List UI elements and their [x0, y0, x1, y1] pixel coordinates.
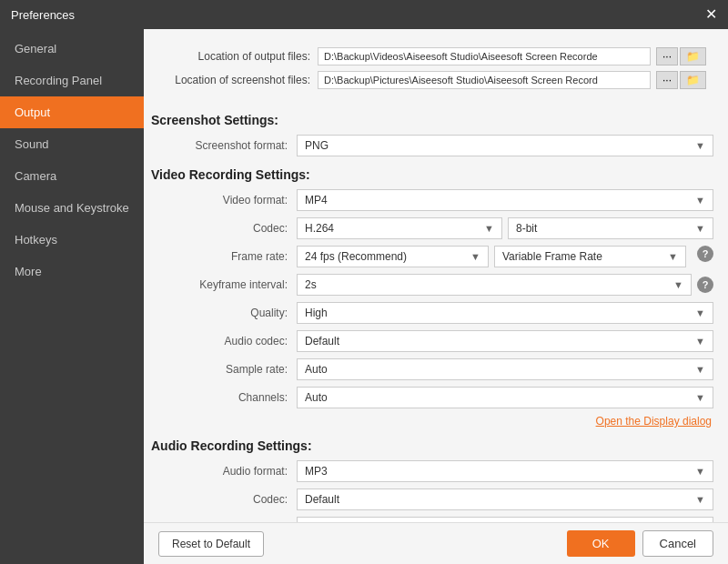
screenshot-format-row: Screenshot format: PNG ▼	[151, 135, 713, 156]
video-format-control: MP4 ▼	[297, 189, 713, 211]
codec-label: Codec:	[151, 222, 297, 235]
keyframe-select[interactable]: 2s ▼	[297, 274, 692, 296]
codec-dual-select: H.264 ▼ 8-bit ▼	[297, 217, 713, 239]
quality-select[interactable]: High ▼	[297, 302, 713, 324]
sidebar-item-sound[interactable]: Sound	[0, 128, 144, 160]
audio-format-select[interactable]: MP3 ▼	[297, 460, 713, 482]
audio-codec-arrow: ▼	[695, 336, 705, 347]
framerate2-select[interactable]: Variable Frame Rate ▼	[494, 246, 686, 267]
cancel-button[interactable]: Cancel	[642, 530, 713, 557]
channels-row: Channels: Auto ▼	[151, 387, 713, 408]
codec-control: H.264 ▼ 8-bit ▼	[297, 217, 713, 239]
audio-format-label: Audio format:	[151, 465, 297, 478]
screenshot-folder-button[interactable]: 📁	[680, 71, 706, 89]
keyframe-value: 2s	[305, 278, 317, 291]
audio-codec-value: Default	[305, 335, 339, 347]
folder-icon-2: 📁	[686, 74, 700, 86]
window-title: Preferences	[11, 8, 75, 22]
framerate2-value: Variable Frame Rate	[502, 250, 602, 263]
channels-label: Channels:	[151, 391, 297, 404]
ok-button[interactable]: OK	[567, 530, 635, 557]
audio-codec-2-label: Codec:	[151, 493, 297, 506]
content-scroll: Location of output files: D:\Backup\Vide…	[144, 29, 728, 522]
video-settings-section: Video Recording Settings: Video format: …	[151, 167, 713, 428]
video-format-row: Video format: MP4 ▼	[151, 189, 713, 211]
screenshot-format-control: PNG ▼	[297, 135, 713, 156]
sidebar-item-recording-panel[interactable]: Recording Panel	[0, 65, 144, 96]
sidebar-item-mouse-keystroke[interactable]: Mouse and Keystroke	[0, 192, 144, 224]
keyframe-arrow: ▼	[673, 279, 683, 290]
sample-rate-arrow: ▼	[695, 364, 705, 375]
keyframe-control: 2s ▼ ?	[297, 274, 713, 296]
audio-settings-section: Audio Recording Settings: Audio format: …	[151, 438, 713, 522]
codec2-select[interactable]: 8-bit ▼	[508, 217, 713, 239]
audio-codec-row: Audio codec: Default ▼	[151, 330, 713, 352]
codec-arrow: ▼	[484, 223, 494, 234]
audio-format-control: MP3 ▼	[297, 460, 713, 482]
reset-button[interactable]: Reset to Default	[158, 531, 264, 557]
video-format-select[interactable]: MP4 ▼	[297, 189, 713, 211]
footer: Reset to Default OK Cancel	[144, 522, 728, 564]
output-folder-button[interactable]: 📁	[680, 47, 706, 65]
title-bar: Preferences ✕	[0, 0, 728, 29]
audio-codec-select[interactable]: Default ▼	[297, 330, 713, 352]
framerate-value: 24 fps (Recommend)	[305, 250, 407, 263]
audio-codec-2-arrow: ▼	[695, 494, 705, 505]
quality-row: Quality: High ▼	[151, 302, 713, 324]
folder-icon: 📁	[686, 50, 700, 63]
framerate-help-icon[interactable]: ?	[697, 246, 713, 262]
close-button[interactable]: ✕	[705, 7, 717, 22]
screenshot-format-arrow: ▼	[695, 140, 705, 151]
keyframe-row: Keyframe interval: 2s ▼ ?	[151, 274, 713, 296]
audio-codec-2-select[interactable]: Default ▼	[297, 488, 713, 510]
sidebar-item-general[interactable]: General	[0, 33, 144, 65]
output-dots-button[interactable]: ···	[656, 47, 678, 65]
content-area: Location of output files: D:\Backup\Vide…	[144, 29, 728, 564]
sample-rate-control: Auto ▼	[297, 358, 713, 380]
display-dialog-link[interactable]: Open the Display dialog	[151, 415, 713, 428]
sample-rate-select[interactable]: Auto ▼	[297, 358, 713, 380]
sidebar-item-more[interactable]: More	[0, 256, 144, 287]
framerate-arrow: ▼	[470, 251, 480, 262]
keyframe-help-icon[interactable]: ?	[697, 277, 713, 293]
audio-quality-select[interactable]: Very High ▼	[297, 517, 713, 522]
screenshot-format-select[interactable]: PNG ▼	[297, 135, 713, 156]
channels-control: Auto ▼	[297, 387, 713, 408]
audio-format-value: MP3	[305, 465, 328, 478]
quality-label: Quality:	[151, 307, 297, 319]
framerate-select[interactable]: 24 fps (Recommend) ▼	[297, 246, 489, 267]
screenshot-file-label: Location of screenshot files:	[158, 74, 318, 86]
codec-select[interactable]: H.264 ▼	[297, 217, 502, 239]
screenshot-section-title: Screenshot Settings:	[151, 113, 713, 127]
screenshot-format-label: Screenshot format:	[151, 139, 297, 152]
audio-format-row: Audio format: MP3 ▼	[151, 460, 713, 482]
audio-codec-2-value: Default	[305, 493, 339, 506]
main-content: General Recording Panel Output Sound Cam…	[0, 29, 728, 564]
channels-select[interactable]: Auto ▼	[297, 387, 713, 408]
quality-control: High ▼	[297, 302, 713, 324]
audio-format-arrow: ▼	[695, 466, 705, 477]
file-locations: Location of output files: D:\Backup\Vide…	[151, 40, 713, 102]
screenshot-format-value: PNG	[305, 139, 329, 152]
sidebar-item-output[interactable]: Output	[0, 96, 144, 128]
sample-rate-label: Sample rate:	[151, 363, 297, 376]
audio-codec-label: Audio codec:	[151, 335, 297, 347]
audio-quality-value: Very High	[305, 521, 352, 522]
sidebar: General Recording Panel Output Sound Cam…	[0, 29, 144, 564]
channels-arrow: ▼	[695, 392, 705, 403]
video-section-title: Video Recording Settings:	[151, 167, 713, 182]
sample-rate-value: Auto	[305, 363, 328, 376]
sidebar-item-camera[interactable]: Camera	[0, 160, 144, 192]
framerate-control: 24 fps (Recommend) ▼ Variable Frame Rate…	[297, 246, 713, 267]
audio-quality-control: Very High ▼	[297, 517, 713, 522]
framerate-label: Frame rate:	[151, 250, 297, 263]
codec-row: Codec: H.264 ▼ 8-bit ▼	[151, 217, 713, 239]
preferences-window: Preferences ✕ General Recording Panel Ou…	[0, 0, 728, 564]
keyframe-label: Keyframe interval:	[151, 278, 297, 291]
framerate-dual-select: 24 fps (Recommend) ▼ Variable Frame Rate…	[297, 246, 713, 267]
sidebar-item-hotkeys[interactable]: Hotkeys	[0, 224, 144, 256]
screenshot-dots-button[interactable]: ···	[656, 71, 678, 89]
sample-rate-row: Sample rate: Auto ▼	[151, 358, 713, 380]
screenshot-file-path: D:\Backup\Pictures\Aiseesoft Studio\Aise…	[318, 71, 651, 89]
audio-codec-2-control: Default ▼	[297, 488, 713, 510]
